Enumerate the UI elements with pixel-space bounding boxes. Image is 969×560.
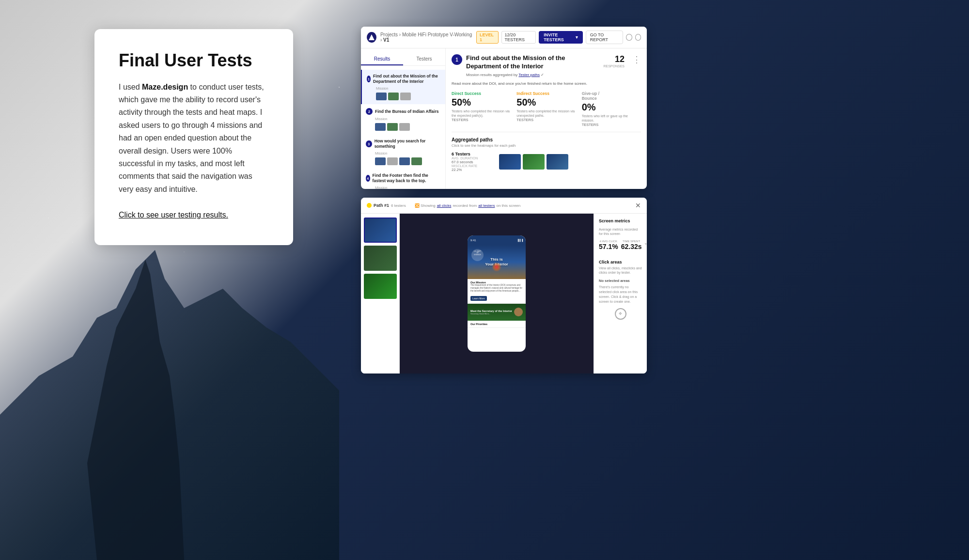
drag-handle-icon[interactable]: ✥ xyxy=(615,308,626,320)
thumb-2b xyxy=(387,123,398,131)
maze-sidebar: Results Testers 1 Find out about the Mis… xyxy=(361,48,446,189)
path-thumb-2[interactable] xyxy=(523,154,545,170)
aggregated-paths-title: Aggregated paths xyxy=(452,137,641,142)
breadcrumb-version: V1 xyxy=(383,37,389,43)
click-areas-desc: View all clicks, misclicks and clicks or… xyxy=(599,266,642,275)
mission-icon-1: 1 xyxy=(367,76,371,82)
heatmap-topbar: Path #1 6 testers 🔀 Showing all clicks r… xyxy=(361,198,647,214)
metrics-row: # AVG CLICK 57.1% TIME SPENT 62.32s # TE… xyxy=(599,240,642,256)
screenshots-area: Projects › Mobile HiFi Prototype V-Worki… xyxy=(361,27,647,373)
mission-item-1[interactable]: 1 Find out about the Mission of the Depa… xyxy=(361,70,445,104)
avg-click-value: 57.1% xyxy=(599,243,618,250)
tab-testers[interactable]: Testers xyxy=(403,53,445,65)
screen-metrics-desc: Average metrics recorded for this screen xyxy=(599,227,642,236)
no-selected-title: No selected areas xyxy=(599,279,642,283)
aggregated-paths-sub: Click to see the heatmaps for each path xyxy=(452,143,641,148)
mission-header-2: 2 Find the Bureau of Indian Affairs xyxy=(366,108,440,115)
no-selected-desc: There's currently no selected click area… xyxy=(599,285,642,304)
responses-block: 12 RESPONSES xyxy=(603,54,625,68)
phone-top-bar: 9:41 ▐▐ ▐ xyxy=(468,235,526,245)
mission-title-1: Find out about the Mission of the Depart… xyxy=(373,74,440,84)
thumb-3d xyxy=(411,157,422,165)
responses-label: RESPONSES xyxy=(603,64,625,68)
secretary-avatar xyxy=(514,308,523,316)
mission-icon-3: 3 xyxy=(366,140,372,147)
content-title-area: Find out about the Mission of the Depart… xyxy=(466,54,599,77)
indirect-success-value: 50% xyxy=(516,97,576,108)
mission-icon-2: 2 xyxy=(366,108,373,115)
maze-content-panel: 1 Find out about the Mission of the Depa… xyxy=(446,48,647,189)
direct-success-value: 50% xyxy=(452,97,511,108)
phone-secretary-subtitle: Secretary David Bern... xyxy=(470,312,512,315)
testers-label: # TESTERS xyxy=(645,240,647,246)
mission-type-3: Mission xyxy=(375,151,440,156)
path-thumb-3[interactable] xyxy=(547,154,568,170)
indirect-success-desc: Testers who completed the mission via un… xyxy=(516,109,576,118)
content-mission-icon: 1 xyxy=(452,54,462,65)
close-heatmap-button[interactable]: ✕ xyxy=(635,202,641,209)
thumb-1a xyxy=(376,93,387,100)
mission-thumbs-1 xyxy=(376,93,440,100)
maze-logo-shape xyxy=(369,34,375,40)
showing-info: 🔀 Showing all clicks recorded from all t… xyxy=(415,203,521,208)
thumb-3c xyxy=(399,157,410,165)
card-body: I used Maze.design to conduct user tests… xyxy=(119,81,269,196)
maze-topbar: Projects › Mobile HiFi Prototype V-Worki… xyxy=(361,27,647,48)
mission-header-4: 4 Find the Footer then find the fastest … xyxy=(366,173,440,184)
phone-time: 9:41 xyxy=(470,239,476,242)
mission-title-2: Find the Bureau of Indian Affairs xyxy=(375,109,438,114)
mission-title-4: Find the Footer then find the fastest wa… xyxy=(373,173,440,184)
thumb-1c xyxy=(400,93,411,100)
path-badge-label: Path #1 xyxy=(374,203,389,208)
doi-logo-text: U.S. DEPT OF INTERIOR xyxy=(471,249,484,258)
mission-item-2[interactable]: 2 Find the Bureau of Indian Affairs Miss… xyxy=(361,104,445,135)
giveup-desc: Testers who left or gave up the mission. xyxy=(582,114,641,123)
thumb-2c xyxy=(399,123,410,131)
on-screen-label: on this screen xyxy=(496,203,520,208)
breadcrumb-prototype: Mobile HiFi Prototype V-Working xyxy=(402,32,472,37)
mission-header-3: 3 How would you search for something xyxy=(366,139,440,149)
maze-tabs: Results Testers xyxy=(361,53,445,66)
giveup-label: Give-up /Bounce xyxy=(582,91,641,101)
heatmap-center-area: 9:41 ▐▐ ▐ U.S. DEPT OF INTERIOR This isY… xyxy=(400,214,594,373)
mission-item-3[interactable]: 3 How would you search for something Mis… xyxy=(361,135,445,169)
maze-results-screenshot: Projects › Mobile HiFi Prototype V-Worki… xyxy=(361,27,647,189)
heatmap-thumb-3[interactable] xyxy=(364,274,397,299)
phone-learn-more[interactable]: Learn More xyxy=(470,296,487,301)
heatmap-hotspot xyxy=(492,262,501,272)
invite-testers-button[interactable]: INVITE TESTERS ▾ xyxy=(539,31,582,44)
heatmap-screenshot: Path #1 6 testers 🔀 Showing all clicks r… xyxy=(361,198,647,373)
heatmap-main: 9:41 ▐▐ ▐ U.S. DEPT OF INTERIOR This isY… xyxy=(361,214,647,373)
path-thumb-1[interactable] xyxy=(499,154,521,170)
phone-mockup: 9:41 ▐▐ ▐ U.S. DEPT OF INTERIOR This isY… xyxy=(468,235,526,352)
maze-brand: Maze.design xyxy=(142,83,188,91)
tab-results[interactable]: Results xyxy=(361,53,403,65)
phone-status-icons: ▐▐ ▐ xyxy=(517,239,523,242)
content-mission-title: Find out about the Mission of the Depart… xyxy=(466,54,599,71)
mission-icon-4: 4 xyxy=(366,175,370,182)
maze-logo xyxy=(367,32,376,43)
tester-paths-link[interactable]: Tester paths xyxy=(518,73,540,77)
share-icon[interactable] xyxy=(635,34,641,41)
direct-success-desc: Testers who completed the mission via th… xyxy=(452,109,511,118)
stats-row: Direct Success 50% Testers who completed… xyxy=(452,91,641,132)
go-to-report-button[interactable]: GO TO REPORT xyxy=(586,31,624,44)
heatmap-thumbnails xyxy=(361,214,400,373)
path-testers-count: 6 testers xyxy=(391,203,406,208)
avg-click-metric: # AVG CLICK 57.1% xyxy=(599,240,618,256)
mission-thumbs-3 xyxy=(375,157,440,165)
more-options-icon[interactable]: ⋮ xyxy=(632,54,641,65)
path-info-badge: Path #1 6 testers xyxy=(367,203,406,208)
all-clicks-link[interactable]: all clicks xyxy=(437,203,452,208)
heatmap-thumb-1[interactable] xyxy=(364,218,397,243)
phone-hero-section: U.S. DEPT OF INTERIOR This isYour Interi… xyxy=(468,245,526,279)
heatmap-thumb-2[interactable] xyxy=(364,246,397,271)
all-testers-link[interactable]: all testers xyxy=(478,203,495,208)
testers-metric: # TESTERS 6 xyxy=(645,240,647,256)
mission-header-1: 1 Find out about the Mission of the Depa… xyxy=(367,74,440,84)
settings-icon[interactable] xyxy=(626,34,632,41)
thumb-3b xyxy=(387,157,398,165)
see-results-link[interactable]: Click to see user testing results. xyxy=(119,209,228,221)
mission-item-4[interactable]: 4 Find the Footer then find the fastest … xyxy=(361,169,445,189)
path-duration-label: AVG. DURATION xyxy=(452,156,495,160)
